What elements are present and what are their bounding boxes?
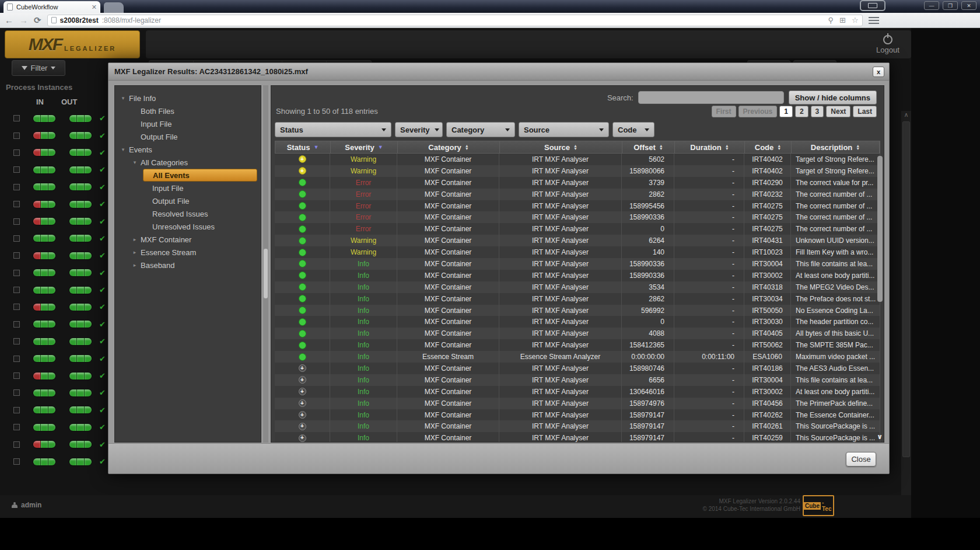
table-row[interactable]: InfoMXF ContainerIRT MXF Analyser3534-IR… — [275, 281, 880, 293]
row-checkbox[interactable] — [13, 321, 20, 328]
row-checkbox[interactable] — [13, 441, 20, 448]
table-row[interactable]: +InfoMXF ContainerIRT MXF Analyser158974… — [275, 398, 880, 409]
filter-select-category[interactable]: Category — [446, 122, 515, 137]
table-row[interactable]: +InfoMXF ContainerIRT MXF Analyser6656-I… — [275, 374, 880, 386]
page-button-3[interactable]: 3 — [811, 106, 824, 117]
row-checkbox[interactable] — [13, 184, 20, 190]
tree-expand-icon[interactable]: ▸ — [131, 236, 138, 242]
filter-select-code[interactable]: Code — [612, 122, 654, 137]
table-row[interactable]: ErrorMXF ContainerIRT MXF Analyser158990… — [275, 211, 880, 223]
tree-item-baseband[interactable]: ▸Baseband — [131, 259, 261, 271]
page-button-2[interactable]: 2 — [795, 106, 808, 117]
table-row[interactable]: InfoMXF ContainerIRT MXF Analyser596992-… — [275, 305, 880, 316]
row-checkbox[interactable] — [13, 389, 20, 396]
maximize-button[interactable]: ❐ — [943, 1, 958, 10]
bookmark-star-icon[interactable]: ☆ — [852, 16, 859, 25]
table-row[interactable]: InfoEssence StreamEssence Stream Analyze… — [275, 351, 880, 363]
table-row[interactable]: +WarningMXF ContainerIRT MXF Analyser560… — [275, 154, 880, 165]
tree-expand-icon[interactable]: ▾ — [131, 159, 138, 165]
page-button-last[interactable]: Last — [853, 106, 877, 117]
minimize-button[interactable]: — — [924, 1, 939, 10]
back-icon[interactable]: ← — [5, 16, 13, 25]
reload-icon[interactable]: ⟳ — [34, 16, 41, 25]
column-header-offset[interactable]: Offset▲▼ — [622, 141, 675, 153]
page-button-1[interactable]: 1 — [779, 106, 793, 117]
table-row[interactable]: +InfoMXF ContainerIRT MXF Analyser158979… — [275, 409, 880, 421]
table-row[interactable]: InfoMXF ContainerIRT MXF Analyser1589903… — [275, 258, 880, 270]
url-box[interactable]: s2008r2test :8088/mxf-legalizer ⚲ ⊞ ☆ — [47, 15, 863, 26]
tree-scrollbar[interactable] — [263, 85, 268, 443]
page-scrollbar-thumb[interactable] — [902, 121, 910, 457]
filter-button[interactable]: Filter — [12, 60, 65, 76]
column-header-source[interactable]: Source▲▼ — [500, 141, 622, 153]
row-checkbox[interactable] — [13, 115, 20, 121]
tree-item-output-file[interactable]: Output File — [143, 194, 261, 207]
tree-item-output-file[interactable]: Output File — [131, 130, 261, 143]
column-header-category[interactable]: Category▲▼ — [398, 141, 500, 153]
column-header-in[interactable]: IN — [36, 98, 44, 106]
page-button-next[interactable]: Next — [826, 106, 850, 117]
tree-expand-icon[interactable]: ▾ — [120, 147, 127, 152]
forward-icon[interactable]: → — [19, 16, 28, 25]
table-row[interactable]: InfoMXF ContainerIRT MXF Analyser0-IRT30… — [275, 316, 880, 328]
table-row[interactable]: WarningMXF ContainerIRT MXF Analyser140-… — [275, 246, 880, 258]
column-header-duration[interactable]: Duration▲▼ — [675, 141, 745, 153]
table-row[interactable]: InfoMXF ContainerIRT MXF Analyser1584123… — [275, 339, 880, 351]
row-checkbox[interactable] — [13, 458, 20, 465]
column-header-severity[interactable]: Severity▼ — [331, 141, 398, 153]
tree-item-mxf-container[interactable]: ▸MXF Container — [131, 233, 261, 246]
row-checkbox[interactable] — [13, 218, 20, 225]
tree-item-all-events[interactable]: All Events — [143, 169, 257, 182]
row-checkbox[interactable] — [13, 287, 20, 293]
close-button[interactable]: Close — [846, 452, 876, 467]
filter-select-severity[interactable]: Severity — [395, 122, 443, 137]
table-scroll-down-icon[interactable]: ∨ — [877, 433, 883, 441]
row-checkbox[interactable] — [13, 373, 20, 379]
table-row[interactable]: ErrorMXF ContainerIRT MXF Analyser3739-I… — [275, 177, 880, 189]
modal-close-button[interactable]: x — [873, 67, 884, 77]
search-input[interactable] — [638, 91, 784, 104]
tree-item-both-files[interactable]: Both Files — [131, 105, 261, 117]
close-window-button[interactable]: ✕ — [961, 1, 977, 10]
scroll-up-icon[interactable]: ᴧ — [901, 111, 911, 119]
tree-item-unresolved-issues[interactable]: Unresolved Issues — [143, 220, 261, 233]
table-row[interactable]: InfoMXF ContainerIRT MXF Analyser1589903… — [275, 270, 880, 281]
table-row[interactable]: ErrorMXF ContainerIRT MXF Analyser158995… — [275, 200, 880, 212]
row-checkbox[interactable] — [13, 304, 20, 310]
table-row[interactable]: InfoMXF ContainerIRT MXF Analyser4088-IR… — [275, 328, 880, 339]
tree-scrollbar-thumb[interactable] — [264, 249, 268, 298]
table-row[interactable]: +WarningMXF ContainerIRT MXF Analyser158… — [275, 165, 880, 177]
table-row[interactable]: +InfoMXF ContainerIRT MXF Analyser158980… — [275, 363, 880, 374]
table-row[interactable]: +InfoMXF ContainerIRT MXF Analyser130646… — [275, 386, 880, 398]
browser-profile-button[interactable] — [860, 0, 886, 11]
tree-expand-icon[interactable]: ▸ — [131, 262, 138, 268]
row-checkbox[interactable] — [13, 201, 20, 207]
page-scrollbar[interactable]: ᴧ ˅ — [901, 111, 911, 508]
table-scrollbar-thumb[interactable] — [877, 156, 883, 302]
browser-tab[interactable]: CubeWorkflow ✕ — [4, 1, 100, 13]
table-row[interactable]: ErrorMXF ContainerIRT MXF Analyser0-IRT4… — [275, 223, 880, 235]
column-header-code[interactable]: Code▲▼ — [745, 141, 792, 153]
row-checkbox[interactable] — [13, 149, 20, 156]
row-checkbox[interactable] — [13, 133, 20, 139]
filter-select-status[interactable]: Status — [275, 122, 391, 137]
tree-expand-icon[interactable]: ▸ — [131, 249, 138, 255]
tree-item-events[interactable]: ▾Events — [120, 143, 261, 156]
row-checkbox[interactable] — [13, 252, 20, 259]
key-icon[interactable]: ⚲ — [828, 16, 834, 25]
tree-item-resolved-issues[interactable]: Resolved Issues — [143, 207, 261, 220]
table-row[interactable]: +InfoMXF ContainerIRT MXF Analyser158979… — [275, 432, 880, 442]
row-checkbox[interactable] — [13, 235, 20, 242]
logout-button[interactable]: Logout — [870, 32, 905, 57]
column-header-status[interactable]: Status▼ — [275, 141, 331, 153]
row-checkbox[interactable] — [13, 356, 20, 362]
tree-item-essence-stream[interactable]: ▸Essence Stream — [131, 246, 261, 259]
translate-icon[interactable]: ⊞ — [839, 16, 846, 25]
column-header-description[interactable]: Description▲▼ — [792, 141, 880, 153]
table-row[interactable]: +InfoMXF ContainerIRT MXF Analyser158979… — [275, 420, 880, 432]
show-hide-columns-button[interactable]: Show / hide columns — [789, 90, 877, 105]
table-row[interactable]: InfoMXF ContainerIRT MXF Analyser2862-IR… — [275, 293, 880, 305]
tree-item-file-info[interactable]: ▾File Info — [120, 92, 261, 105]
column-header-out[interactable]: OUT — [61, 98, 77, 106]
tree-expand-icon[interactable]: ▾ — [120, 95, 127, 101]
